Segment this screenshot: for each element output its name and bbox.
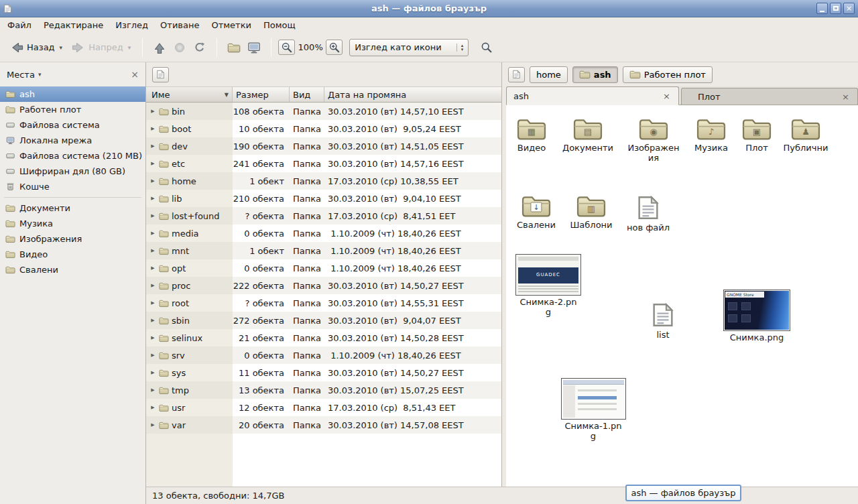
tree-row-root[interactable]: ▶root? обектаПапка30.03.2010 (вт) 14,55,… (146, 294, 501, 312)
computer-button[interactable] (244, 38, 264, 58)
sidebar-item-ash[interactable]: ash (0, 86, 145, 102)
tab-ash[interactable]: ash × (506, 86, 679, 105)
menu-item-bookmarks[interactable]: Отметки (205, 19, 257, 32)
icon-item-templates[interactable]: ▥Шаблони (566, 193, 617, 230)
icon-item-desktop-folder[interactable]: ▣Плот (731, 116, 782, 153)
tree-row-sys[interactable]: ▶sys11 обектаПапка30.03.2010 (вт) 14,50,… (146, 364, 501, 381)
sidebar-item-trash[interactable]: Кошче (0, 179, 145, 194)
menu-item-go[interactable]: Отиване (154, 19, 205, 32)
sidebar-close-icon[interactable]: × (131, 69, 139, 80)
tree-row-opt[interactable]: ▶opt0 обектаПапка 1.10.2009 (чт) 18,40,2… (146, 259, 501, 277)
path-button-home[interactable]: home (530, 66, 568, 83)
maximize-button[interactable] (830, 3, 841, 14)
column-header-name[interactable]: Име ▼ (146, 87, 233, 102)
sidebar-item-downloads[interactable]: Свалени (0, 262, 145, 277)
menu-item-edit[interactable]: Редактиране (38, 19, 109, 32)
tree-row-bin[interactable]: ▶bin108 обектаПапка30.03.2010 (вт) 14,57… (146, 103, 501, 120)
sidebar-item-desktop[interactable]: Работен плот (0, 102, 145, 117)
tree-row-proc[interactable]: ▶proc222 обектаПапка30.03.2010 (вт) 14,5… (146, 277, 501, 294)
menu-item-file[interactable]: Файл (1, 19, 38, 32)
expander-icon[interactable]: ▶ (149, 143, 156, 149)
expander-icon[interactable]: ▶ (149, 213, 156, 218)
tree-row-srv[interactable]: ▶srv0 обектаПапка 1.10.2009 (чт) 18,40,2… (146, 346, 501, 364)
tree-row-etc[interactable]: ▶etc241 обектаПапка30.03.2010 (вт) 14,57… (146, 155, 501, 172)
menu-item-view[interactable]: Изглед (109, 19, 154, 32)
tree-row-tmp[interactable]: ▶tmp13 обектаПапка30.03.2010 (вт) 15,07,… (146, 381, 501, 399)
tree-row-dev[interactable]: ▶dev190 обектаПапка30.03.2010 (вт) 14,51… (146, 137, 501, 155)
expander-icon[interactable]: ▶ (149, 387, 156, 393)
pane-location-button[interactable] (152, 67, 169, 82)
back-button[interactable]: Назад ▾ (5, 38, 67, 57)
tree-row-lib[interactable]: ▶lib210 обектаПапка30.03.2010 (вт) 9,04,… (146, 190, 501, 207)
sidebar-item-video[interactable]: Видео (0, 247, 145, 262)
reload-button[interactable] (190, 38, 210, 58)
taskbar-window-button[interactable]: ash — файлов браузър (625, 485, 741, 501)
stop-button[interactable] (170, 38, 190, 58)
tab-close-icon[interactable]: × (662, 91, 672, 101)
tree-row-media[interactable]: ▶media0 обектаПапка 1.10.2009 (чт) 18,40… (146, 225, 501, 242)
sidebar-item-local-network[interactable]: Локална мрежа (0, 133, 145, 148)
expander-icon[interactable]: ▶ (149, 318, 156, 323)
up-button[interactable] (149, 38, 170, 58)
close-button[interactable]: × (843, 3, 855, 14)
edit-location-button[interactable] (508, 67, 525, 82)
expander-icon[interactable]: ▶ (149, 370, 156, 375)
expander-icon[interactable]: ▶ (149, 126, 156, 131)
sidebar-caret-icon[interactable]: ▾ (38, 71, 42, 78)
minimize-button[interactable] (816, 3, 828, 14)
column-header-size[interactable]: Размер (233, 87, 290, 102)
expander-icon[interactable]: ▶ (149, 178, 156, 184)
icon-item-pictures[interactable]: ◉Изображения (625, 116, 682, 164)
tree-row-sbin[interactable]: ▶sbin272 обектаПапка30.03.2010 (вт) 9,04… (146, 312, 501, 329)
sidebar-item-documents[interactable]: Документи (0, 200, 145, 216)
expander-icon[interactable]: ▶ (149, 231, 156, 236)
expander-icon[interactable]: ▶ (149, 422, 156, 428)
sidebar-item-encrypted-80gb[interactable]: Шифриран дял (80 GB) (0, 164, 145, 179)
sidebar-title[interactable]: Места (7, 70, 35, 80)
tree-row-boot[interactable]: ▶boot10 обектаПапка30.03.2010 (вт) 9,05,… (146, 120, 501, 137)
menu-item-help[interactable]: Помощ (257, 19, 302, 32)
view-mode-select[interactable]: Изглед като икони ▴▾ (349, 39, 469, 56)
column-header-date[interactable]: Дата на промяна (324, 87, 501, 102)
expander-icon[interactable]: ▶ (149, 109, 156, 114)
forward-button[interactable]: Напред ▾ (67, 38, 135, 57)
expander-icon[interactable]: ▶ (149, 196, 156, 201)
expander-icon[interactable]: ▶ (149, 283, 156, 288)
path-button-desktop[interactable]: Работен плот (623, 66, 713, 83)
tree-row-var[interactable]: ▶var20 обектаПапка30.03.2010 (вт) 14,57,… (146, 416, 501, 434)
icon-item-snimka[interactable]: GNOME StoreСнимка.png (720, 290, 794, 342)
expander-icon[interactable]: ▶ (149, 161, 156, 166)
sidebar-item-filesystem[interactable]: Файлова система (0, 117, 145, 133)
tree-row-usr[interactable]: ▶usr12 обектаПапка17.03.2010 (ср) 8,51,4… (146, 399, 501, 416)
tree-row-mnt[interactable]: ▶mnt1 обектПапка 1.10.2009 (чт) 18,40,26… (146, 242, 501, 259)
tree-row-selinux[interactable]: ▶selinux21 обектаПапка30.03.2010 (вт) 14… (146, 329, 501, 346)
expander-icon[interactable]: ▶ (149, 248, 156, 253)
expander-icon[interactable]: ▶ (149, 300, 156, 306)
expander-icon[interactable]: ▶ (149, 265, 156, 271)
zoom-out-button[interactable] (278, 40, 295, 55)
home-button[interactable] (224, 38, 244, 58)
search-button[interactable] (477, 38, 497, 58)
expander-icon[interactable]: ▶ (149, 335, 156, 340)
icon-item-downloads[interactable]: ↓Свалени (511, 193, 562, 230)
path-button-ash[interactable]: ash (572, 66, 618, 83)
tab-close-icon[interactable]: × (841, 92, 851, 102)
icon-item-documents[interactable]: ▤Документи (562, 116, 613, 153)
expander-icon[interactable]: ▶ (149, 405, 156, 410)
tree-row-lost+found[interactable]: ▶lost+found? обектаПапка17.03.2010 (ср) … (146, 207, 501, 225)
column-header-type[interactable]: Вид (290, 87, 324, 102)
back-dropdown-icon[interactable]: ▾ (60, 44, 63, 51)
icon-item-video[interactable]: ▦Видео (506, 116, 557, 153)
tab-plot[interactable]: Плот × (681, 88, 858, 105)
sidebar-item-filesystem-210mb[interactable]: Файлова система (210 MB) (0, 148, 145, 164)
icon-item-snimka-1[interactable]: Снимка-1.png (557, 378, 629, 442)
icon-item-public[interactable]: ♟Публични (780, 116, 831, 153)
icon-item-list[interactable]: list (637, 302, 688, 340)
zoom-in-button[interactable] (326, 40, 343, 55)
sidebar-item-pictures[interactable]: Изображения (0, 231, 145, 247)
icon-item-new-file[interactable]: нов файл (623, 194, 674, 233)
sidebar-item-music[interactable]: Музика (0, 216, 145, 231)
tree-row-home[interactable]: ▶home1 обектПапка17.03.2010 (ср) 10,38,5… (146, 172, 501, 190)
icon-item-snimka-2[interactable]: GUADECСнимка-2.png (513, 254, 584, 318)
icon-item-music[interactable]: ♪Музика (686, 116, 737, 153)
